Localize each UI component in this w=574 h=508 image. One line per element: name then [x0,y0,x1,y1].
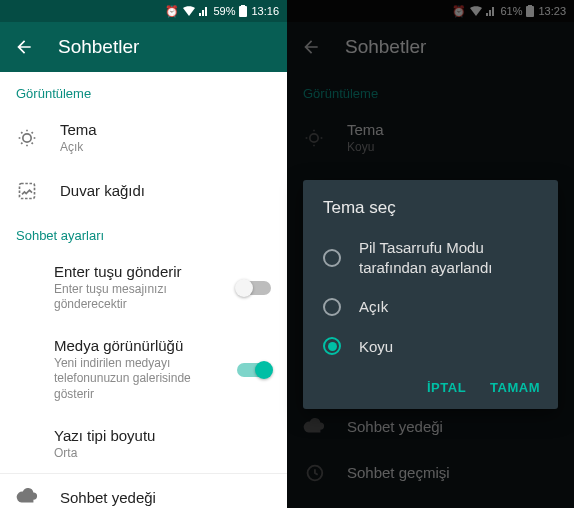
enter-title: Enter tuşu gönderir [54,263,215,280]
content: Görüntüleme Tema Açık Duvar kağıdı Sohbe… [0,72,287,508]
theme-icon [16,127,38,149]
radio-option-battery[interactable]: Pil Tasarrufu Modu tarafından ayarlandı [303,228,558,287]
wallpaper-row[interactable]: Duvar kağıdı [0,168,287,214]
screen-dark: ⏰ 61% 13:23 Sohbetler Görüntüleme Tema K… [287,0,574,508]
backup-row[interactable]: Sohbet yedeği [0,473,287,508]
app-bar: Sohbetler [0,22,287,72]
theme-title: Tema [60,121,271,138]
radio-label: Koyu [359,337,393,357]
theme-dialog: Tema seç Pil Tasarrufu Modu tarafından a… [303,180,558,409]
wifi-icon [183,6,195,16]
section-chat-header: Sohbet ayarları [0,214,287,251]
radio-option-dark[interactable]: Koyu [303,327,558,367]
dialog-actions: İPTAL TAMAM [303,366,558,403]
radio-icon [323,298,341,316]
battery-icon [239,5,247,17]
svg-point-2 [23,134,31,142]
media-switch[interactable] [237,363,271,377]
font-row[interactable]: Yazı tipi boyutu Orta [0,415,287,474]
enter-switch[interactable] [237,281,271,295]
radio-label: Pil Tasarrufu Modu tarafından ayarlandı [359,238,538,277]
backup-title: Sohbet yedeği [60,489,271,506]
wallpaper-title: Duvar kağıdı [60,182,271,199]
svg-line-9 [21,143,22,144]
ok-button[interactable]: TAMAM [490,380,540,395]
screen-light: ⏰ 59% 13:16 Sohbetler Görüntüleme Tema A… [0,0,287,508]
status-bar: ⏰ 59% 13:16 [0,0,287,22]
font-value: Orta [54,446,271,462]
enter-sub: Enter tuşu mesajınızı gönderecektir [54,282,215,313]
radio-icon [323,249,341,267]
cloud-upload-icon [16,486,38,508]
radio-label: Açık [359,297,388,317]
dialog-title: Tema seç [303,198,558,228]
radio-option-light[interactable]: Açık [303,287,558,327]
font-title: Yazı tipi boyutu [54,427,271,444]
appbar-title: Sohbetler [58,36,139,58]
media-sub: Yeni indirilen medyayı telefonunuzun gal… [54,356,215,403]
theme-row[interactable]: Tema Açık [0,109,287,168]
section-display-header: Görüntüleme [0,72,287,109]
svg-line-8 [32,143,33,144]
signal-icon [199,6,209,16]
back-icon[interactable] [14,37,34,57]
media-row[interactable]: Medya görünürlüğü Yeni indirilen medyayı… [0,325,287,415]
wallpaper-icon [16,180,38,202]
radio-icon [323,337,341,355]
svg-line-10 [32,132,33,133]
clock-text: 13:16 [251,5,279,17]
theme-value: Açık [60,140,271,156]
enter-row[interactable]: Enter tuşu gönderir Enter tuşu mesajınız… [0,251,287,325]
alarm-icon: ⏰ [165,5,179,18]
svg-rect-0 [239,6,247,17]
media-title: Medya görünürlüğü [54,337,215,354]
svg-line-7 [21,132,22,133]
cancel-button[interactable]: İPTAL [427,380,466,395]
svg-rect-1 [241,5,245,7]
battery-text: 59% [213,5,235,17]
svg-rect-11 [20,183,35,198]
